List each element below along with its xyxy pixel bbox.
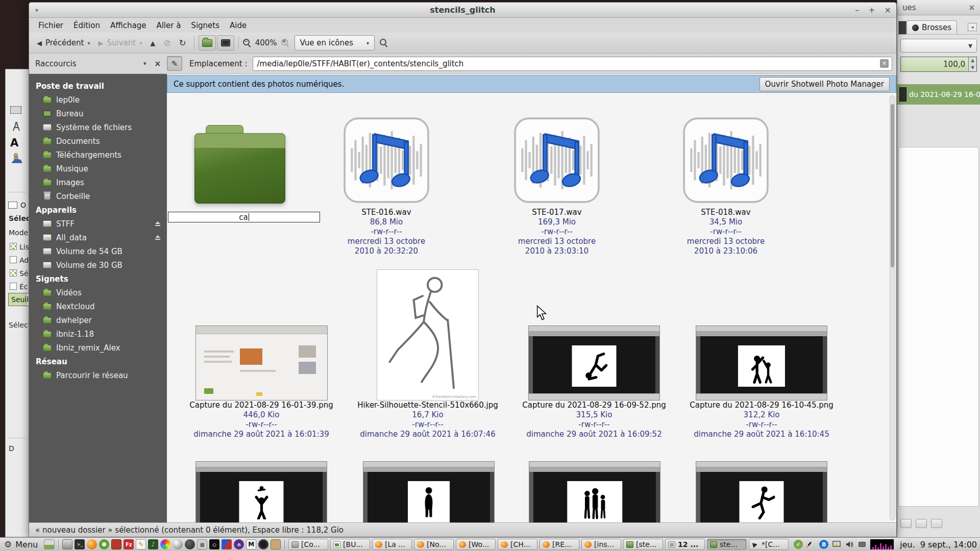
rename-input[interactable]: ca	[168, 212, 320, 222]
sample-merged-checkbox[interactable]	[10, 283, 17, 290]
open-shotwell-button[interactable]: Ouvrir Shotwell Photo Manager	[760, 77, 890, 91]
launcher-meld-icon[interactable]: M	[246, 539, 256, 549]
clear-location-icon[interactable]: ×	[880, 59, 889, 68]
back-history-icon[interactable]: ▾	[87, 40, 90, 46]
window-menu-icon[interactable]: ▾	[35, 7, 38, 14]
scrollbar-thumb[interactable]	[891, 104, 894, 267]
search-icon[interactable]	[380, 39, 388, 47]
tab-menu-icon[interactable]: ◂	[968, 23, 977, 31]
sidebar-item-volume-30[interactable]: Volume de 30 GB	[29, 258, 167, 272]
file-ste016[interactable]: STE-016.wav 86,8 Mio -rw-r--r-- mercredi…	[341, 115, 432, 256]
layer-action-button-2[interactable]	[916, 519, 927, 528]
launcher-obs-icon[interactable]	[258, 539, 268, 549]
home-button[interactable]	[199, 35, 216, 51]
taskbar-window-8[interactable]: [ins...	[581, 539, 621, 550]
menu-affichage[interactable]: Affichage	[105, 19, 151, 32]
layer-list-area[interactable]	[898, 147, 979, 507]
launcher-music-icon[interactable]: ♪	[148, 539, 158, 549]
sidebar-item-all-data[interactable]: All_data	[29, 231, 167, 244]
location-input[interactable]: /media/lep0le/STFF/HABIT(er)_contents/st…	[253, 57, 893, 71]
clock[interactable]: jeu. 9 sept., 14:00	[900, 540, 977, 549]
file-ste017[interactable]: STE-017.wav 169,3 Mio -rw-r--r-- mercred…	[511, 115, 602, 256]
show-desktop-button[interactable]	[44, 539, 55, 549]
menu-fichier[interactable]: Fichier	[33, 19, 68, 32]
zoom-out-icon[interactable]: −	[243, 39, 251, 47]
launcher-video-app-icon[interactable]	[222, 539, 232, 549]
menu-edition[interactable]: Édition	[68, 19, 105, 32]
sidebar-item-telechargements[interactable]: Téléchargements	[29, 148, 167, 162]
sidebar-item-lep0le[interactable]: lep0le	[29, 93, 167, 107]
taskbar-window-10[interactable]: 12 ...	[665, 539, 705, 550]
close-icon[interactable]: ×	[885, 6, 891, 14]
taskbar-window-9[interactable]: [ste...	[623, 539, 663, 550]
edit-path-button[interactable]: ✎	[167, 56, 182, 71]
sidebar-item-bureau[interactable]: Bureau	[29, 107, 167, 120]
file-new-folder[interactable]	[194, 125, 285, 206]
launcher-calculator-icon[interactable]: ▦	[197, 539, 207, 549]
sidebar-item-videos[interactable]: Vidéos	[29, 286, 167, 299]
launcher-media-green-icon[interactable]	[99, 539, 109, 549]
spin-down-icon[interactable]: ▼	[969, 64, 976, 71]
menu-aller-a[interactable]: Aller à	[151, 19, 186, 32]
stop-button[interactable]: ⊘	[160, 35, 174, 51]
threshold-input[interactable]: Seuil	[8, 293, 29, 306]
sidebar-item-musique[interactable]: Musique	[29, 162, 167, 176]
brushes-tab[interactable]: Brosses	[906, 20, 957, 34]
menu-signets[interactable]: Signets	[186, 19, 225, 32]
icon-view[interactable]: ca STE-016.wav 86,8 Mio -rw-r--r-- mercr…	[167, 93, 896, 522]
sidebar-close-icon[interactable]: ×	[154, 59, 161, 68]
layer-action-button-1[interactable]	[900, 519, 912, 528]
minimize-icon[interactable]: –	[855, 6, 859, 14]
reload-button[interactable]: ↻	[175, 35, 189, 51]
menu-aide[interactable]: Aide	[225, 19, 252, 32]
file-capture-160952[interactable]: Capture du 2021-08-29 16-09-52.png 315,5…	[510, 325, 678, 439]
file-capture-160139[interactable]: Capture du 2021-08-29 16-01-39.png 446,0…	[177, 325, 346, 439]
launcher-terminal-icon[interactable]: >_	[75, 539, 85, 549]
launcher-firefox-icon[interactable]	[87, 539, 97, 549]
rect-select-tool-icon[interactable]	[10, 106, 21, 114]
file-capture-partial-1[interactable]	[195, 461, 327, 522]
sidebar-mode-icon[interactable]: ▾	[143, 60, 146, 67]
file-capture-partial-3[interactable]	[529, 461, 660, 522]
file-hiker-stencil[interactable]: ©FreeStencilGallery.com Hiker-Silhouette…	[344, 269, 512, 439]
up-button[interactable]: ▲	[146, 37, 159, 49]
dock-titlebar[interactable]: ues ×	[897, 0, 980, 15]
menu-button[interactable]: ⚙ Menu	[3, 539, 42, 549]
sidebar-item-volume-54[interactable]: Volume de 54 GB	[29, 244, 167, 258]
select-transparent-checkbox[interactable]	[10, 269, 17, 277]
titlebar[interactable]: ▾ stencils_glitch – + ×	[29, 3, 896, 18]
sidebar-item-ibniz[interactable]: ibniz-1.18	[29, 327, 167, 341]
eject-icon[interactable]	[155, 221, 161, 227]
power-icon[interactable]	[857, 540, 867, 549]
launcher-sphere-icon[interactable]	[173, 539, 183, 549]
taskbar-window-12[interactable]: *[C...	[749, 539, 789, 550]
spin-up-icon[interactable]: ▲	[969, 57, 976, 64]
spinner-buttons[interactable]: ▲ ▼	[968, 57, 976, 71]
desktop-button[interactable]	[217, 35, 234, 51]
forward-button[interactable]: ▶ Suivant ▾	[95, 36, 146, 50]
sidebar-item-systeme[interactable]: Système de fichiers	[29, 120, 167, 134]
sidebar-item-images[interactable]: Images	[29, 176, 167, 189]
launcher-red-app-icon[interactable]	[111, 539, 121, 549]
bluetooth-icon[interactable]: B	[819, 540, 828, 549]
dock-close-icon[interactable]: ×	[968, 3, 975, 12]
taskbar-window-5[interactable]: [Wo...	[456, 539, 496, 550]
opacity-spinner[interactable]: 100,0 ▲ ▼	[900, 57, 977, 72]
taskbar-window-3[interactable]: [La ...	[372, 539, 412, 550]
feather-checkbox[interactable]	[10, 256, 17, 263]
paintbrush-tray-icon[interactable]	[806, 540, 816, 549]
sidebar-item-nextcloud[interactable]: Nextcloud	[29, 299, 167, 313]
launcher-text-editor-icon[interactable]: ✎	[136, 539, 146, 549]
sidebar-item-documents[interactable]: Documents	[29, 134, 167, 148]
zoom-in-icon[interactable]: +	[281, 39, 289, 47]
antialias-checkbox[interactable]	[10, 243, 17, 250]
vertical-scrollbar[interactable]	[890, 95, 895, 520]
sidebar-item-dwhelper[interactable]: dwhelper	[29, 313, 167, 327]
launcher-filezilla-icon[interactable]: Fz	[124, 539, 134, 549]
launcher-computer-icon[interactable]	[62, 539, 72, 549]
taskbar-window-6[interactable]: [CH...	[498, 539, 537, 550]
file-capture-161045[interactable]: Capture du 2021-08-29 16-10-45.png 312,2…	[677, 325, 846, 439]
file-ste018[interactable]: STE-018.wav 34,5 Mio -rw-r--r-- mercredi…	[680, 115, 771, 256]
shield-check-icon[interactable]: ✓	[794, 540, 803, 549]
display-warning-icon[interactable]	[832, 540, 841, 549]
